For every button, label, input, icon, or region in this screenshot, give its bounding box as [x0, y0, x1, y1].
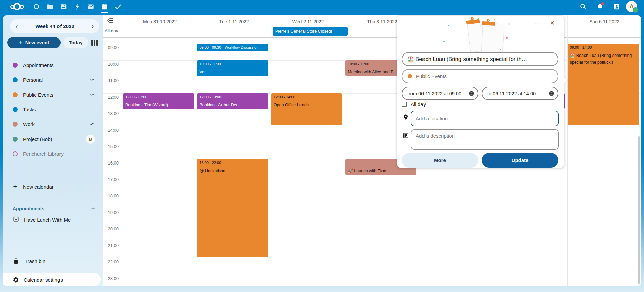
start-datetime-field[interactable]: from 06.11.2022 at 09:00 — [402, 87, 478, 100]
calendar-color-dot — [13, 107, 18, 112]
hour-label: 18:00 — [103, 193, 119, 198]
all-day-checkbox-label: All day — [411, 101, 426, 107]
end-datetime-field[interactable]: to 06.11.2022 at 14:00 — [482, 87, 558, 100]
calendar-color-dot — [408, 74, 412, 78]
hour-label: 19:00 — [103, 210, 119, 215]
appointment-list: Have Lunch With Me — [3, 212, 103, 227]
event-editor-popup: ⋯ ✕ 🏖️ Beach Luau (Bring something spe — [397, 16, 564, 168]
event-title: 🏖️ Beach Luau (Bring something special f… — [570, 52, 636, 66]
selected-calendar-label: Public Events — [416, 73, 447, 79]
location-input[interactable] — [411, 111, 559, 126]
day-header-tue[interactable]: Tue 1.11.2022 — [197, 15, 271, 25]
appointment-item[interactable]: Have Lunch With Me — [3, 212, 103, 227]
event-block[interactable]: 09:00 - 09:30 - Workflow Discussion — [197, 44, 268, 51]
event-title-value: 🏖️ Beach Luau (Bring something special f… — [407, 56, 527, 62]
calendar-sidebar: ‹ Week 44 of 2022 › + New event Today Ap… — [3, 15, 103, 286]
share-link-icon[interactable] — [89, 92, 95, 98]
tasks-icon[interactable] — [111, 0, 125, 13]
event-block[interactable]: 12:00 - 13:00Booking - Arthur Dent — [197, 93, 268, 109]
shared-user-avatar: B — [86, 135, 95, 144]
timezone-globe-icon[interactable] — [469, 90, 474, 96]
share-link-icon[interactable] — [89, 77, 95, 83]
nextcloud-logo-icon[interactable] — [7, 0, 28, 13]
calendar-name-label: Tasks — [23, 107, 95, 112]
all-day-checkbox-row[interactable]: All day — [402, 101, 426, 107]
all-day-event[interactable]: Pierre's General Store Closed! — [273, 27, 348, 36]
app-content: ‹ Week 44 of 2022 › + New event Today Ap… — [3, 15, 641, 286]
top-bar: A — [0, 0, 644, 13]
start-datetime-value: from 06.11.2022 at 09:00 — [407, 91, 469, 96]
event-block[interactable]: 16:00 - 22:00😎 Hackathon — [197, 159, 268, 257]
previous-week-button[interactable]: ‹ — [10, 19, 24, 33]
day-header-wed[interactable]: Wed 2.11.2022 — [271, 15, 345, 25]
hour-label: 09:00 — [103, 45, 119, 50]
calendar-select[interactable]: Public Events — [402, 69, 558, 83]
folder-icon[interactable] — [43, 0, 57, 13]
hour-label: 14:00 — [103, 127, 119, 133]
trash-bin-label: Trash bin — [25, 258, 45, 264]
add-appointment-config-button[interactable]: + — [91, 205, 95, 212]
share-link-icon[interactable] — [89, 121, 95, 127]
description-textarea[interactable] — [411, 129, 559, 150]
sidebar-item-project-bob-[interactable]: Project (Bob)B — [3, 132, 103, 146]
hour-gridline — [103, 176, 641, 176]
new-event-button[interactable]: + New event — [7, 37, 61, 48]
new-event-label: New event — [25, 40, 49, 45]
event-block[interactable]: 10:00 - 11:00Vet — [197, 60, 268, 76]
view-columns-toggle-icon[interactable] — [91, 39, 99, 46]
hour-gridline — [103, 209, 641, 209]
sidebar-item-personal[interactable]: Personal — [3, 72, 103, 87]
sidebar-item-appointments[interactable]: Appointments — [3, 58, 103, 72]
update-button[interactable]: Update — [482, 153, 558, 168]
vertical-scrollbar[interactable] — [638, 136, 640, 284]
event-title-field[interactable]: 🏖️ Beach Luau (Bring something special f… — [402, 52, 558, 66]
hour-gridline — [103, 192, 641, 192]
today-label: Today — [69, 40, 83, 45]
all-day-checkbox[interactable] — [402, 102, 407, 107]
all-day-label: All day — [105, 28, 121, 33]
calendar-list: AppointmentsPersonalPublic EventsTasksWo… — [3, 58, 103, 161]
notifications-bell-icon[interactable] — [593, 0, 607, 13]
search-icon[interactable] — [576, 0, 590, 13]
hour-label: 11:00 — [103, 78, 119, 83]
sidebar-item-public-events[interactable]: Public Events — [3, 87, 103, 102]
popup-more-actions-icon[interactable]: ⋯ — [533, 19, 543, 28]
all-day-cell[interactable] — [123, 25, 197, 38]
all-day-cell[interactable] — [197, 25, 271, 38]
all-day-cell[interactable] — [567, 25, 641, 38]
photos-icon[interactable] — [57, 0, 70, 13]
event-block[interactable]: 12:00 - 13:00Booking - Tim (Wizard) — [123, 93, 194, 109]
next-week-button[interactable]: › — [86, 19, 99, 33]
user-avatar[interactable]: A — [626, 1, 637, 12]
update-button-label: Update — [512, 157, 529, 163]
nextcloud-calendar-app: A ‹ Week 44 of 2022 › + New event Today … — [0, 0, 644, 292]
calendar-icon[interactable] — [98, 0, 111, 13]
timezone-globe-icon[interactable] — [549, 90, 554, 96]
new-calendar-button[interactable]: + New calendar — [3, 179, 103, 194]
dashboard-circle-icon[interactable] — [30, 0, 43, 13]
close-icon[interactable]: ✕ — [548, 19, 557, 28]
collapse-week-icon[interactable] — [107, 18, 113, 24]
trash-icon — [13, 258, 19, 264]
day-header-mon[interactable]: Mon 31.10.2022 — [123, 15, 197, 25]
activity-icon[interactable] — [71, 0, 84, 13]
hour-label: 20:00 — [103, 226, 119, 231]
day-header-sun[interactable]: Sun 6.11.2022 — [567, 15, 641, 25]
sidebar-item-tasks[interactable]: Tasks — [3, 102, 103, 117]
mail-icon[interactable] — [84, 0, 97, 13]
event-block[interactable]: 12:00 - 14:00Open Office Lunch — [271, 93, 342, 125]
calendar-settings-button[interactable]: Calendar settings — [3, 273, 101, 286]
week-navigation: ‹ Week 44 of 2022 › — [10, 19, 99, 33]
event-block[interactable]: 09:00 - 14:00🏖️ Beach Luau (Bring someth… — [568, 44, 639, 125]
logo-circle-middle — [13, 3, 21, 10]
sidebar-item-work[interactable]: Work — [3, 117, 103, 132]
trash-bin-button[interactable]: Trash bin — [3, 254, 103, 268]
contacts-menu-icon[interactable] — [610, 0, 623, 13]
sidebar-item-fenchurch-library[interactable]: Fenchurch Library — [3, 146, 103, 161]
event-time: 10:00 - 11:00 — [199, 62, 266, 67]
more-button[interactable]: More — [402, 153, 478, 168]
hour-gridline — [103, 242, 641, 242]
column-border — [123, 38, 123, 286]
event-time: 12:00 - 14:00 — [274, 95, 340, 100]
today-button[interactable]: Today — [63, 37, 88, 48]
